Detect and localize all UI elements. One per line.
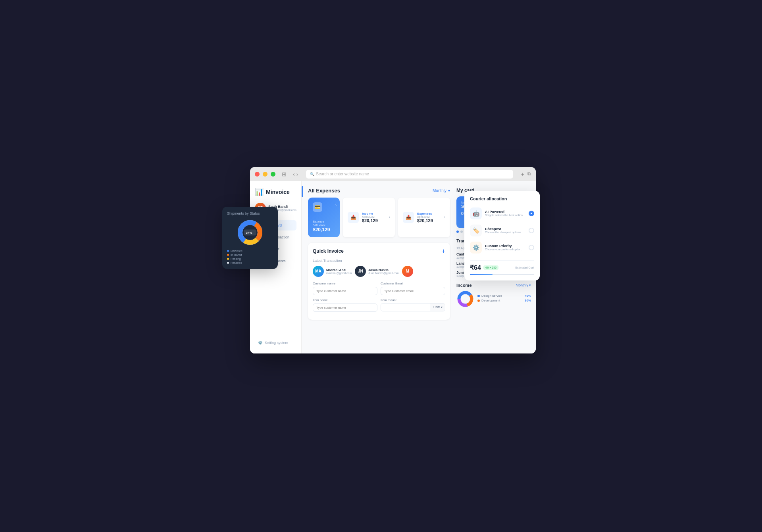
income-sublabel: April 2022	[362, 215, 386, 218]
qi-add-button[interactable]: +	[442, 248, 445, 255]
customer-name-label: Customer name	[313, 282, 377, 285]
card-dot-2	[460, 230, 463, 233]
legend-delivered: Delivered	[227, 250, 273, 252]
form-row-1: Customer name Customer Email	[313, 282, 445, 295]
income-icon: 📥	[348, 212, 359, 223]
sidebar-bottom: ⚙️ Setting system	[255, 338, 296, 347]
currency-chevron-icon: ▾	[441, 305, 443, 309]
expense-label: Expenses	[417, 212, 441, 215]
browser-minimize-dot[interactable]	[263, 172, 267, 177]
card-dot-1	[456, 230, 459, 233]
currency-label: USD	[433, 305, 440, 309]
item-name-input[interactable]	[313, 303, 377, 312]
courier-option-cheapest[interactable]: 🏷️ Cheapest Choose the cheapest options.	[470, 222, 534, 239]
nav-back-icon[interactable]: ‹	[293, 171, 295, 177]
shipment-legend: Delivered In Transit Pending Returned	[227, 250, 273, 264]
url-text: Search or enter website name	[316, 172, 369, 176]
balance-label: Balance	[313, 220, 335, 223]
qi-title: Quick Invoice	[313, 248, 344, 254]
income-section: Income Monthly ▾	[456, 283, 531, 308]
new-tab-icon[interactable]: +	[521, 171, 524, 177]
logo-icon: 📊	[255, 188, 264, 196]
expense-icon: 📤	[403, 212, 414, 223]
browser-url-bar[interactable]: 🔍 Search or enter website name	[306, 170, 513, 179]
shipment-chart: 34% -	[236, 219, 264, 246]
transaction-avatars: MA Madrani Andi madrani@gmail.com JN	[313, 266, 445, 277]
courier-cheapest-info: Cheapest Choose the cheapest options.	[485, 227, 525, 234]
expense-value: $20,129	[417, 218, 441, 223]
sidebar-setting[interactable]: ⚙️ Setting system	[255, 338, 296, 347]
browser-maximize-dot[interactable]	[271, 172, 275, 177]
trans-avatar-3: M	[402, 266, 413, 277]
item-mount-input-group: USD ▾	[381, 303, 445, 311]
copy-icon[interactable]: ⧉	[527, 171, 531, 177]
courier-price: ₹64	[470, 264, 481, 271]
item-name-group: Item name	[313, 298, 377, 312]
expense-chevron-icon: ›	[444, 215, 445, 219]
courier-badge: 4% • 255	[483, 265, 498, 270]
trans-person-1: MA Madrani Andi madrani@gmail.com	[313, 266, 352, 277]
income-chart	[456, 290, 474, 308]
income-filter[interactable]: Monthly ▾	[516, 283, 531, 287]
courier-option-ai[interactable]: 🤖 AI Powered Shipple selects the best op…	[470, 205, 534, 222]
courier-custom-radio[interactable]	[529, 245, 534, 250]
expense-sublabel: April 2022	[417, 215, 441, 218]
income-header: Income Monthly ▾	[456, 283, 531, 288]
item-mount-label: Item mount	[381, 298, 445, 302]
customer-name-group: Customer name	[313, 282, 377, 295]
item-mount-input[interactable]	[381, 303, 431, 311]
sidebar-logo: 📊 Minvoice	[255, 188, 296, 196]
setting-icon: ⚙️	[258, 341, 262, 345]
qi-header: Quick Invoice +	[313, 248, 445, 255]
customer-email-input[interactable]	[381, 287, 445, 295]
balance-value: $20,129	[313, 227, 335, 232]
customer-email-group: Customer Email	[381, 282, 445, 295]
expenses-cards: 💳 › Balance April 2022 $20,129 📥 Income …	[308, 198, 450, 237]
courier-option-custom[interactable]: ⚙️ Custom Priority Choose your preferred…	[470, 239, 534, 256]
courier-progress-bar	[470, 274, 534, 275]
browser-actions: + ⧉	[521, 171, 531, 177]
income-label: Income	[362, 212, 386, 215]
shipment-panel: Shipments by Status 34% - Delivered In	[222, 207, 278, 269]
balance-card[interactable]: 💳 › Balance April 2022 $20,129	[308, 198, 340, 237]
legend-dot-2	[477, 300, 480, 302]
income-chart-row: Design service 40% Development 30%	[456, 290, 531, 308]
item-name-label: Item name	[313, 298, 377, 302]
sidebar-toggle-icon[interactable]: ⊞	[282, 171, 287, 177]
income-chevron-icon: ▾	[529, 283, 531, 287]
legend-dot-1	[477, 295, 480, 297]
expense-card[interactable]: 📤 Expenses April 2022 $20,129 ›	[398, 198, 450, 237]
income-title: Income	[456, 283, 472, 288]
courier-ai-icon: 🤖	[470, 207, 482, 219]
form-row-2: Item name Item mount USD ▾	[313, 298, 445, 312]
trans-info-2: Josua Nunito Juan.Nunito@gmail.com	[368, 268, 398, 275]
logo-text: Minvoice	[266, 189, 290, 195]
courier-estimated: Estimated Cost	[516, 266, 534, 269]
courier-price-row: ₹64 4% • 255 Estimated Cost	[470, 260, 534, 271]
expenses-filter[interactable]: Monthly ▾	[433, 188, 450, 193]
customer-email-label: Customer Email	[381, 282, 445, 285]
browser-close-dot[interactable]	[255, 172, 260, 177]
expenses-header: All Expenses Monthly ▾	[308, 188, 450, 194]
income-legend: Design service 40% Development 30%	[477, 294, 531, 303]
expense-info: Expenses April 2022 $20,129	[417, 212, 441, 223]
trans-person-2: JN Josua Nunito Juan.Nunito@gmail.com	[355, 266, 398, 277]
main-content: All Expenses Monthly ▾ 💳 › Balance April…	[302, 181, 456, 353]
nav-forward-icon[interactable]: ›	[296, 171, 298, 177]
legend-item-2: Development 30%	[477, 299, 531, 302]
currency-select[interactable]: USD ▾	[431, 303, 445, 311]
trans-info-1: Madrani Andi madrani@gmail.com	[326, 268, 352, 275]
filter-chevron-icon: ▾	[448, 188, 450, 193]
balance-icon: 💳	[313, 202, 322, 212]
courier-cheapest-radio[interactable]	[529, 228, 534, 233]
courier-panel: Courier allocation 🤖 AI Powered Shipple …	[464, 191, 540, 280]
courier-title: Courier allocation	[470, 196, 534, 201]
income-card[interactable]: 📥 Income April 2022 $20,129 ›	[343, 198, 395, 237]
courier-ai-radio[interactable]	[529, 211, 534, 216]
customer-name-input[interactable]	[313, 287, 377, 295]
legend-item-1: Design service 40%	[477, 294, 531, 298]
shipment-title: Shipments by Status	[227, 211, 273, 215]
trans-avatar-2: JN	[355, 266, 366, 277]
courier-cheapest-icon: 🏷️	[470, 225, 482, 236]
courier-progress-fill	[470, 274, 493, 275]
